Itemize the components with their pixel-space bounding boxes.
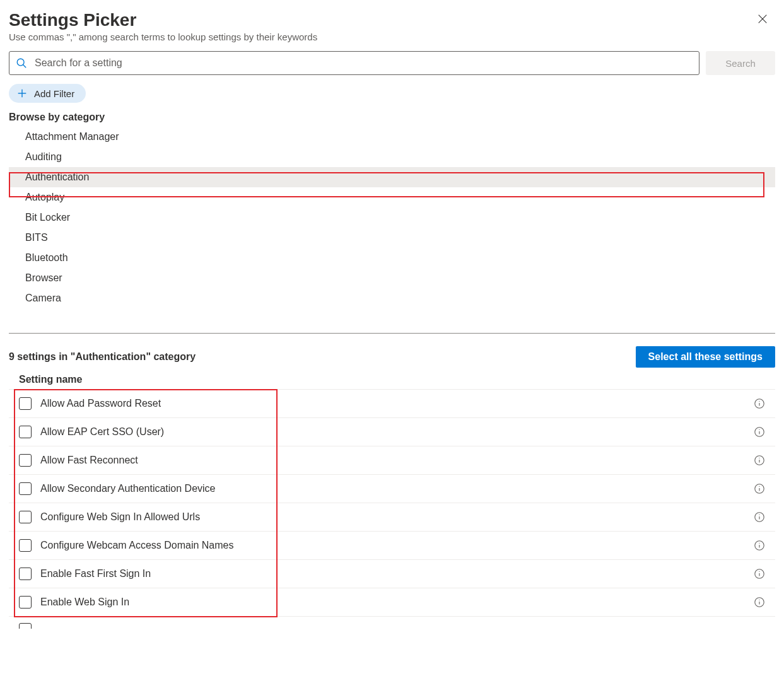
search-input[interactable] bbox=[33, 57, 693, 69]
setting-row[interactable]: Enable Fast First Sign In bbox=[9, 560, 775, 588]
plus-icon bbox=[16, 88, 28, 99]
category-item[interactable]: Authentication bbox=[9, 167, 775, 187]
category-item[interactable]: Browser bbox=[9, 268, 775, 288]
category-list[interactable]: Attachment ManagerAuditingAuthentication… bbox=[9, 127, 775, 334]
page-title: Settings Picker bbox=[9, 10, 775, 30]
setting-checkbox[interactable] bbox=[19, 539, 32, 552]
svg-point-2 bbox=[17, 59, 24, 66]
setting-label: Allow EAP Cert SSO (User) bbox=[40, 426, 754, 438]
category-item[interactable]: Camera bbox=[9, 288, 775, 308]
browse-by-category-label: Browse by category bbox=[9, 112, 775, 123]
category-item[interactable]: Attachment Manager bbox=[9, 127, 775, 147]
close-icon bbox=[757, 13, 768, 25]
setting-checkbox[interactable] bbox=[19, 511, 32, 523]
svg-line-3 bbox=[23, 65, 26, 68]
setting-label: Allow Secondary Authentication Device bbox=[40, 483, 754, 494]
info-icon[interactable] bbox=[754, 398, 765, 409]
category-item[interactable]: Auditing bbox=[9, 147, 775, 167]
svg-point-17 bbox=[759, 486, 759, 487]
search-box[interactable] bbox=[9, 51, 699, 75]
setting-row[interactable]: Allow Aad Password Reset bbox=[9, 390, 775, 418]
category-item[interactable]: Bit Locker bbox=[9, 207, 775, 228]
setting-label: Configure Webcam Access Domain Names bbox=[40, 540, 754, 551]
info-icon[interactable] bbox=[754, 511, 765, 523]
setting-label: Enable Web Sign In bbox=[40, 597, 754, 608]
setting-row[interactable]: Allow Fast Reconnect bbox=[9, 446, 775, 475]
info-icon[interactable] bbox=[754, 597, 765, 608]
setting-checkbox[interactable] bbox=[19, 426, 32, 438]
setting-row[interactable] bbox=[9, 617, 775, 629]
setting-checkbox[interactable] bbox=[19, 623, 32, 629]
close-button[interactable] bbox=[755, 11, 770, 26]
setting-label: Allow Aad Password Reset bbox=[40, 398, 754, 409]
add-filter-label: Add Filter bbox=[34, 88, 74, 99]
select-all-button[interactable]: Select all these settings bbox=[636, 346, 775, 368]
category-item[interactable]: BITS bbox=[9, 228, 775, 248]
category-item[interactable]: Autoplay bbox=[9, 187, 775, 207]
svg-point-20 bbox=[759, 515, 759, 515]
setting-row[interactable]: Allow EAP Cert SSO (User) bbox=[9, 418, 775, 446]
search-icon bbox=[16, 57, 27, 69]
setting-checkbox[interactable] bbox=[19, 482, 32, 495]
setting-checkbox[interactable] bbox=[19, 454, 32, 467]
setting-label: Configure Web Sign In Allowed Urls bbox=[40, 511, 754, 523]
add-filter-button[interactable]: Add Filter bbox=[9, 84, 86, 103]
page-subtitle: Use commas "," among search terms to loo… bbox=[9, 32, 775, 42]
setting-row[interactable]: Enable Web Sign In bbox=[9, 588, 775, 617]
info-icon[interactable] bbox=[754, 455, 765, 466]
setting-row[interactable]: Configure Web Sign In Allowed Urls bbox=[9, 503, 775, 532]
category-item[interactable]: Bluetooth bbox=[9, 248, 775, 268]
setting-row[interactable]: Allow Secondary Authentication Device bbox=[9, 475, 775, 503]
svg-point-8 bbox=[759, 401, 759, 402]
svg-point-11 bbox=[759, 429, 759, 430]
setting-row[interactable]: Configure Webcam Access Domain Names bbox=[9, 532, 775, 560]
settings-list[interactable]: Allow Aad Password ResetAllow EAP Cert S… bbox=[9, 389, 775, 629]
svg-point-26 bbox=[759, 571, 759, 572]
info-icon[interactable] bbox=[754, 568, 765, 579]
svg-point-14 bbox=[759, 458, 759, 458]
setting-checkbox[interactable] bbox=[19, 568, 32, 580]
svg-point-29 bbox=[759, 600, 759, 600]
setting-label: Allow Fast Reconnect bbox=[40, 455, 754, 466]
info-icon[interactable] bbox=[754, 540, 765, 551]
setting-checkbox[interactable] bbox=[19, 397, 32, 410]
info-icon[interactable] bbox=[754, 426, 765, 438]
setting-checkbox[interactable] bbox=[19, 596, 32, 609]
setting-label: Enable Fast First Sign In bbox=[40, 568, 754, 579]
svg-point-23 bbox=[759, 543, 759, 544]
column-header-setting-name: Setting name bbox=[9, 374, 775, 385]
results-count-text: 9 settings in "Authentication" category bbox=[9, 351, 196, 363]
info-icon[interactable] bbox=[754, 483, 765, 494]
search-button[interactable]: Search bbox=[706, 51, 775, 75]
